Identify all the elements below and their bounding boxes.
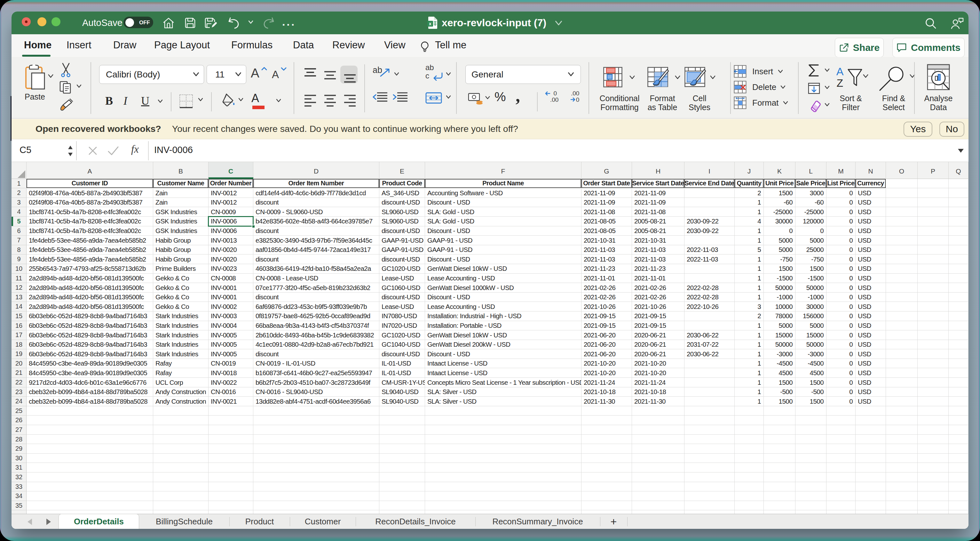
svg-text:x: x bbox=[429, 21, 431, 26]
svg-text:A: A bbox=[837, 65, 844, 77]
svg-text:Z: Z bbox=[837, 77, 843, 89]
